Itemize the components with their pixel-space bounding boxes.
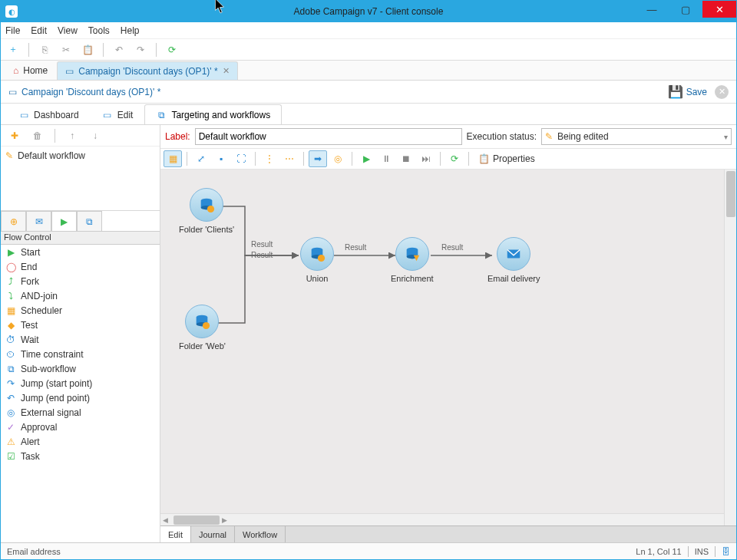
palette-tabs: ⊕ ✉ ▶ ⧉: [1, 211, 160, 231]
palette-tab-delivery[interactable]: ✉: [26, 211, 51, 231]
step-icon[interactable]: ⏭: [417, 150, 435, 167]
pause-icon[interactable]: ⏸: [377, 150, 395, 167]
menu-edit[interactable]: Edit: [31, 25, 47, 36]
home-icon: ⌂: [13, 65, 18, 76]
menu-file[interactable]: File: [5, 25, 20, 36]
palette-item[interactable]: ⧉Sub-workflow: [1, 361, 160, 376]
status-select[interactable]: ✎ Being edited: [541, 128, 732, 145]
up-icon[interactable]: ↑: [63, 127, 81, 144]
connector-icon[interactable]: ➡: [309, 150, 327, 167]
cut-icon[interactable]: ✂: [57, 41, 75, 58]
node-email[interactable]: Email delivery: [487, 237, 540, 283]
status-left: Email address: [7, 547, 61, 556]
save-button[interactable]: 💾 Save: [668, 84, 707, 99]
btab-edit[interactable]: Edit: [160, 526, 191, 543]
properties-button[interactable]: 📋 Properties: [474, 153, 540, 164]
palette-item[interactable]: ▶Start: [1, 245, 160, 259]
app-window: ◐ Adobe Campaign v7 - Client console Fil…: [0, 0, 737, 560]
scroll-thumb[interactable]: [174, 516, 220, 525]
sub-workflow-icon: ⧉: [5, 364, 16, 374]
test-icon: ◆: [5, 320, 16, 331]
palette-item[interactable]: ⤴Fork: [1, 274, 160, 288]
tab-edit[interactable]: ▭ Edit: [91, 104, 145, 124]
close-panel-button[interactable]: ✕: [715, 85, 729, 99]
properties-label: Properties: [493, 153, 535, 164]
breadcrumb[interactable]: ▭ Campaign 'Discount days (OP1)' *: [8, 87, 160, 97]
tab-home[interactable]: ⌂ Home: [5, 61, 55, 80]
palette-item-label: Wait: [21, 334, 39, 345]
btab-journal[interactable]: Journal: [191, 526, 235, 543]
menu-tools[interactable]: Tools: [88, 25, 110, 36]
palette-item[interactable]: ↶Jump (end point): [1, 390, 160, 405]
palette-tab-flow[interactable]: ▶: [51, 211, 77, 231]
refresh-icon[interactable]: ⟳: [163, 41, 181, 58]
palette-item[interactable]: ✓Approval: [1, 420, 160, 434]
zoom-sel-icon[interactable]: ⛶: [232, 150, 250, 167]
canvas[interactable]: Result Result Result Result Folder 'Clie…: [160, 170, 736, 525]
hscroll[interactable]: [160, 513, 724, 525]
breadcrumb-row: ▭ Campaign 'Discount days (OP1)' * 💾 Sav…: [1, 81, 736, 104]
palette-item[interactable]: ◯End: [1, 259, 160, 274]
refresh-canvas-icon[interactable]: ⟳: [445, 150, 464, 167]
zoom-100-icon[interactable]: ▪: [212, 150, 230, 167]
start-icon: ▶: [5, 247, 16, 258]
delete-icon[interactable]: 🗑: [28, 127, 47, 144]
cursor-icon: [215, 0, 226, 14]
redo-icon[interactable]: ↷: [131, 41, 150, 58]
folder-icon: [185, 305, 219, 338]
palette-item[interactable]: ⚠Alert: [1, 434, 160, 449]
pencil-icon: ✎: [5, 150, 13, 161]
menu-help[interactable]: Help: [121, 25, 140, 36]
new-workflow-icon[interactable]: ✚: [5, 127, 24, 144]
label-input[interactable]: [195, 128, 462, 145]
zoom-fit-icon[interactable]: ⤢: [192, 150, 210, 167]
palette-item-label: AND-join: [21, 291, 58, 301]
palette-item[interactable]: ◎External signal: [1, 405, 160, 420]
copy-icon[interactable]: ⎘: [35, 41, 54, 58]
tab-close-icon[interactable]: ✕: [223, 66, 230, 76]
palette-tab-actions[interactable]: ⧉: [77, 211, 102, 231]
node-enrichment[interactable]: Enrichment: [391, 237, 434, 283]
view-mode-icon[interactable]: ▦: [164, 150, 182, 167]
menu-view[interactable]: View: [58, 25, 78, 36]
sidebar: ✚ 🗑 ↑ ↓ ✎ Default workflow ⊕ ✉ ▶ ⧉ Flow …: [1, 125, 160, 542]
close-button[interactable]: [702, 1, 736, 18]
palette-tab-targeting[interactable]: ⊕: [1, 211, 26, 231]
palette-item[interactable]: ◆Test: [1, 318, 160, 332]
node-union[interactable]: Union: [300, 237, 334, 283]
maximize-button[interactable]: [669, 1, 702, 18]
tab-targeting[interactable]: ⧉ Targeting and workflows: [144, 104, 282, 124]
tab-campaign[interactable]: ▭ Campaign 'Discount days (OP1)' * ✕: [57, 61, 237, 80]
edge-label: Result: [251, 251, 273, 259]
down-icon[interactable]: ↓: [86, 127, 104, 144]
tab-dashboard[interactable]: ▭ Dashboard: [7, 104, 91, 124]
scroll-thumb[interactable]: [726, 171, 735, 217]
node-label: Folder 'Clients': [179, 225, 234, 234]
stop-icon[interactable]: ⏹: [397, 150, 415, 167]
play-icon[interactable]: ▶: [357, 150, 375, 167]
window-controls: [635, 1, 736, 18]
node-folder-clients[interactable]: Folder 'Clients': [179, 188, 234, 234]
workflow-item[interactable]: ✎ Default workflow: [2, 148, 158, 163]
vscroll[interactable]: [724, 170, 736, 525]
minimize-button[interactable]: [635, 1, 669, 18]
btab-workflow[interactable]: Workflow: [235, 526, 286, 543]
palette-item[interactable]: ↷Jump (start point): [1, 376, 160, 390]
sub-tabs: ▭ Dashboard ▭ Edit ⧉ Targeting and workf…: [1, 104, 736, 125]
palette-item[interactable]: ⏱Wait: [1, 332, 160, 347]
palette-item[interactable]: ⏲Time constraint: [1, 347, 160, 361]
new-icon[interactable]: ＋: [4, 41, 22, 58]
palette-item[interactable]: ☑Task: [1, 449, 160, 463]
target-icon[interactable]: ◎: [329, 150, 347, 167]
palette-item[interactable]: ⤵AND-join: [1, 288, 160, 303]
more-icon[interactable]: ⋮: [260, 150, 279, 167]
undo-icon[interactable]: ↶: [110, 41, 128, 58]
palette-item[interactable]: ▦Scheduler: [1, 303, 160, 318]
paste-icon[interactable]: 📋: [78, 41, 97, 58]
palette-item-label: External signal: [21, 407, 81, 418]
node-folder-web[interactable]: Folder 'Web': [179, 305, 226, 351]
jump-end-icon: ↶: [5, 393, 16, 404]
pencil-icon: ✎: [545, 131, 553, 142]
option-icon[interactable]: ⋯: [280, 150, 299, 167]
fork-icon: ⤴: [5, 276, 16, 287]
